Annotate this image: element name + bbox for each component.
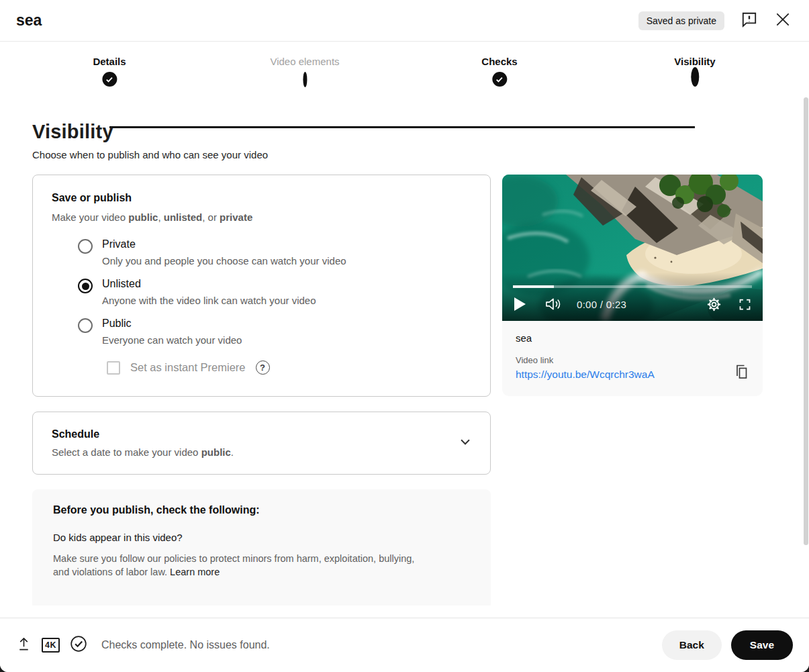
- option-description: Only you and people you choose can watch…: [102, 255, 346, 267]
- settings-gear-icon[interactable]: [706, 297, 722, 312]
- schedule-description: Select a date to make your video public.: [52, 446, 234, 458]
- checks-body: Make sure you follow our policies to pro…: [53, 552, 429, 579]
- play-button[interactable]: [513, 297, 526, 311]
- step-done-icon: [102, 72, 117, 87]
- option-label: Public: [102, 318, 242, 330]
- back-button[interactable]: Back: [662, 630, 722, 660]
- radio-public[interactable]: [78, 318, 93, 333]
- video-info-panel: sea Video link https://youtu.be/Wcqrchr3…: [502, 321, 763, 396]
- step-label: Visibility: [674, 56, 715, 67]
- video-player[interactable]: 0:00 / 0:23: [502, 175, 763, 321]
- upload-progress-icon: [16, 635, 32, 656]
- close-button[interactable]: [774, 11, 792, 30]
- video-link-label: Video link: [516, 355, 749, 365]
- page-title: Visibility: [32, 121, 777, 143]
- checks-question: Do kids appear in this video?: [53, 532, 450, 543]
- upload-stepper: Details Video elements Checks Visibility: [0, 42, 809, 107]
- step-done-icon: [492, 72, 507, 87]
- option-label: Unlisted: [102, 278, 316, 290]
- step-visibility[interactable]: Visibility: [674, 56, 715, 67]
- copy-link-button[interactable]: [733, 363, 749, 383]
- video-title: sea: [16, 11, 42, 30]
- player-progress-played: [513, 285, 554, 288]
- status-badge: Saved as private: [638, 11, 724, 30]
- player-time: 0:00 / 0:23: [577, 299, 626, 310]
- option-description: Anyone with the video link can watch you…: [102, 295, 316, 306]
- option-description: Everyone can watch your video: [102, 334, 242, 346]
- visibility-option-public[interactable]: Public Everyone can watch your video: [78, 318, 471, 346]
- checks-complete-icon: [70, 635, 87, 655]
- save-or-publish-card: Save or publish Make your video public, …: [32, 175, 491, 397]
- step-checks[interactable]: Checks: [481, 56, 517, 67]
- scrollbar-thumb[interactable]: [804, 97, 808, 545]
- video-filename: sea: [516, 332, 749, 344]
- save-button[interactable]: Save: [731, 630, 793, 660]
- step-current-dot: [691, 67, 699, 87]
- feedback-button[interactable]: [741, 11, 758, 30]
- step-details[interactable]: Details: [93, 56, 126, 67]
- step-label: Details: [93, 56, 126, 67]
- checks-heading: Before you publish, check the following:: [53, 504, 450, 516]
- volume-button[interactable]: [545, 297, 562, 311]
- quality-badge: 4K: [42, 638, 60, 653]
- card-title: Save or publish: [52, 192, 471, 204]
- visibility-option-unlisted[interactable]: Unlisted Anyone with the video link can …: [78, 278, 471, 306]
- option-label: Private: [102, 238, 346, 250]
- video-link-url[interactable]: https://youtu.be/Wcqrchr3waA: [516, 369, 749, 381]
- page-subtitle: Choose when to publish and who can see y…: [32, 149, 777, 160]
- learn-more-link[interactable]: Learn more: [170, 567, 220, 577]
- schedule-card[interactable]: Schedule Select a date to make your vide…: [32, 412, 491, 475]
- step-inactive-dot: [303, 72, 307, 87]
- chevron-down-icon[interactable]: [457, 433, 474, 453]
- dialog-footer: 4K Checks complete. No issues found. Bac…: [0, 618, 809, 672]
- close-icon: [774, 11, 792, 30]
- card-subtitle: Make your video public, unlisted, or pri…: [52, 211, 471, 223]
- checks-status-text: Checks complete. No issues found.: [101, 639, 270, 651]
- pre-publish-checks-section: Before you publish, check the following:…: [32, 489, 491, 606]
- copy-icon: [733, 371, 749, 383]
- radio-private[interactable]: [78, 239, 93, 254]
- dialog-content: Visibility Choose when to publish and wh…: [0, 107, 809, 618]
- premiere-label: Set as instant Premiere: [130, 361, 246, 374]
- step-label: Video elements: [270, 56, 339, 67]
- dialog-header: sea Saved as private: [0, 0, 809, 42]
- feedback-icon: [741, 11, 758, 30]
- visibility-option-private[interactable]: Private Only you and people you choose c…: [78, 238, 471, 267]
- premiere-checkbox[interactable]: [107, 361, 120, 375]
- fullscreen-icon[interactable]: [738, 297, 752, 311]
- schedule-title: Schedule: [52, 428, 234, 440]
- help-icon[interactable]: ?: [256, 361, 270, 375]
- player-controls: 0:00 / 0:23: [502, 292, 763, 316]
- radio-unlisted[interactable]: [78, 279, 93, 293]
- video-preview-card: 0:00 / 0:23: [502, 175, 763, 396]
- upload-dialog: sea Saved as private: [0, 0, 809, 672]
- player-progress-bar[interactable]: [513, 285, 752, 288]
- step-video-elements[interactable]: Video elements: [270, 56, 339, 67]
- step-label: Checks: [481, 56, 517, 67]
